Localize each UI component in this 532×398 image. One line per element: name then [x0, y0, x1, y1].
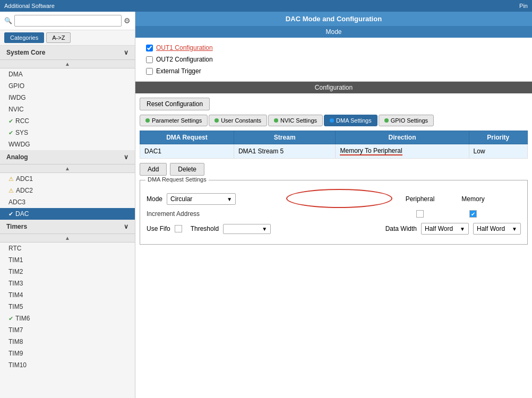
tab-dot-user: [214, 118, 219, 123]
main-content: DAC Mode and Configuration Mode OUT1 Con…: [135, 12, 532, 398]
dma-table: DMA Request Stream Direction Priority DA…: [140, 131, 528, 159]
sidebar-item-iwdg[interactable]: IWDG: [0, 92, 135, 103]
sidebar-item-gpio[interactable]: GPIO: [0, 80, 135, 92]
out1-row: OUT1 Configuration: [146, 44, 521, 51]
delete-button[interactable]: Delete: [170, 163, 204, 176]
category-system-core[interactable]: System Core ∨: [0, 46, 135, 60]
sidebar-item-tim9[interactable]: TIM9: [0, 348, 135, 359]
threshold-label: Threshold: [191, 225, 219, 232]
dma-settings-legend: DMA Request Settings: [145, 176, 209, 183]
tab-dot-dma: [330, 118, 334, 123]
increment-address-label: Increment Address: [147, 210, 200, 218]
tab-label-user: User Constants: [221, 117, 261, 124]
threshold-select[interactable]: ▼: [223, 224, 271, 234]
config-title: Configuration: [135, 82, 532, 93]
sidebar-item-tim4[interactable]: TIM4: [0, 289, 135, 301]
sidebar-item-adc3[interactable]: ADC3: [0, 196, 135, 208]
half-word-select-1[interactable]: Half Word ▼: [421, 223, 469, 235]
memory-increment-checkbox[interactable]: ✔: [469, 210, 477, 218]
use-fifo-label: Use Fifo: [147, 225, 170, 232]
table-row[interactable]: DAC1 DMA1 Stream 5 Memory To Peripheral …: [140, 144, 528, 159]
system-core-items: DMA GPIO IWDG NVIC ✔RCC ✔SYS WWDG: [0, 68, 135, 150]
content-header: DAC Mode and Configuration: [135, 12, 532, 26]
sidebar-item-dma[interactable]: DMA: [0, 68, 135, 80]
reset-configuration-button[interactable]: Reset Configuration: [140, 98, 210, 110]
col-dma-request: DMA Request: [140, 131, 234, 144]
tab-dot-nvic: [274, 118, 278, 123]
peripheral-increment-checkbox[interactable]: [416, 210, 424, 218]
system-core-label: System Core: [6, 49, 45, 56]
sidebar-tab-row: Categories A->Z: [0, 30, 135, 46]
sidebar-item-tim6[interactable]: ✔TIM6: [0, 313, 135, 324]
tab-parameter-settings[interactable]: Parameter Settings: [140, 115, 208, 126]
tab-categories[interactable]: Categories: [4, 32, 44, 43]
tab-dot-gpio: [384, 118, 389, 123]
sidebar-item-wwdg[interactable]: WWDG: [0, 139, 135, 150]
out2-row: OUT2 Configuration: [146, 56, 521, 63]
sidebar-item-tim2[interactable]: TIM2: [0, 266, 135, 278]
out1-checkbox[interactable]: [146, 45, 153, 51]
cell-dma-request: DAC1: [140, 144, 234, 159]
cell-priority: Low: [469, 144, 527, 159]
half-word-select-2[interactable]: Half Word ▼: [473, 223, 521, 235]
sidebar-item-rcc[interactable]: ✔RCC: [0, 115, 135, 127]
half-word-2-arrow: ▼: [512, 226, 517, 232]
sidebar-item-dac[interactable]: ✔DAC: [0, 208, 135, 220]
sidebar-item-tim10[interactable]: TIM10: [0, 359, 135, 371]
sidebar-item-nvic[interactable]: NVIC: [0, 103, 135, 115]
config-section: Configuration Reset Configuration Parame…: [135, 82, 532, 398]
half-word-2-value: Half Word: [477, 225, 505, 232]
search-icon: 🔍: [4, 17, 12, 24]
sidebar-item-tim1[interactable]: TIM1: [0, 254, 135, 266]
timers-items: RTC TIM1 TIM2 TIM3 TIM4 TIM5 ✔TIM6 TIM7 …: [0, 243, 135, 371]
sidebar-item-tim8[interactable]: TIM8: [0, 336, 135, 348]
tab-nvic-settings[interactable]: NVIC Settings: [268, 115, 323, 126]
top-bar-title: Additional Software: [4, 3, 55, 9]
gear-button[interactable]: ⚙: [124, 16, 131, 25]
tab-az[interactable]: A->Z: [46, 32, 71, 43]
action-buttons: Add Delete: [140, 163, 528, 176]
out2-label: OUT2 Configuration: [156, 56, 213, 63]
scroll-up-timers[interactable]: ▲: [0, 234, 135, 243]
cell-stream: DMA1 Stream 5: [234, 144, 336, 159]
sidebar-item-sys[interactable]: ✔SYS: [0, 127, 135, 139]
sidebar-item-adc1[interactable]: ⚠ADC1: [0, 173, 135, 185]
ext-trigger-checkbox[interactable]: [146, 68, 153, 75]
sidebar-item-tim7[interactable]: TIM7: [0, 324, 135, 336]
tab-label-nvic: NVIC Settings: [280, 117, 317, 124]
fifo-checkbox[interactable]: [175, 225, 182, 232]
top-bar-pin: Pin: [519, 3, 528, 9]
direction-value: Memory To Peripheral: [340, 147, 402, 155]
threshold-arrow: ▼: [262, 226, 267, 232]
out2-checkbox[interactable]: [146, 56, 153, 63]
cell-direction: Memory To Peripheral: [336, 144, 469, 159]
main-layout: 🔍 ⚙ Categories A->Z System Core ∨ ▲ DMA …: [0, 12, 532, 398]
tab-label-gpio: GPIO Settings: [391, 117, 428, 124]
top-bar: Additional Software Pin: [0, 0, 532, 12]
sidebar-item-rtc[interactable]: RTC: [0, 243, 135, 254]
mode-select[interactable]: Circular ▼: [167, 193, 236, 205]
category-timers[interactable]: Timers ∨: [0, 220, 135, 234]
system-core-chevron: ∨: [124, 49, 128, 56]
config-tabs: Parameter Settings User Constants NVIC S…: [140, 115, 528, 126]
tab-label-dma: DMA Settings: [336, 117, 372, 124]
mode-label: Mode: [147, 195, 162, 203]
search-bar: 🔍 ⚙: [0, 12, 135, 30]
sidebar-item-adc2[interactable]: ⚠ADC2: [0, 185, 135, 196]
tab-user-constants[interactable]: User Constants: [209, 115, 267, 126]
sidebar: 🔍 ⚙ Categories A->Z System Core ∨ ▲ DMA …: [0, 12, 135, 398]
mode-value: Circular: [170, 195, 192, 203]
scroll-up-system[interactable]: ▲: [0, 60, 135, 68]
sidebar-item-tim5[interactable]: TIM5: [0, 301, 135, 313]
search-input[interactable]: [14, 15, 122, 27]
sidebar-item-tim3[interactable]: TIM3: [0, 278, 135, 289]
dma-settings-box: DMA Request Settings Mode Circular ▼: [140, 180, 528, 245]
tab-dma-settings[interactable]: DMA Settings: [324, 115, 377, 126]
peripheral-col-label: Peripheral: [393, 195, 447, 203]
category-analog[interactable]: Analog ∨: [0, 150, 135, 165]
mode-section: Mode OUT1 Configuration OUT2 Configurati…: [135, 26, 532, 82]
mode-content: OUT1 Configuration OUT2 Configuration Ex…: [135, 38, 532, 81]
tab-gpio-settings[interactable]: GPIO Settings: [379, 115, 434, 126]
scroll-up-analog[interactable]: ▲: [0, 165, 135, 173]
add-button[interactable]: Add: [140, 163, 167, 176]
